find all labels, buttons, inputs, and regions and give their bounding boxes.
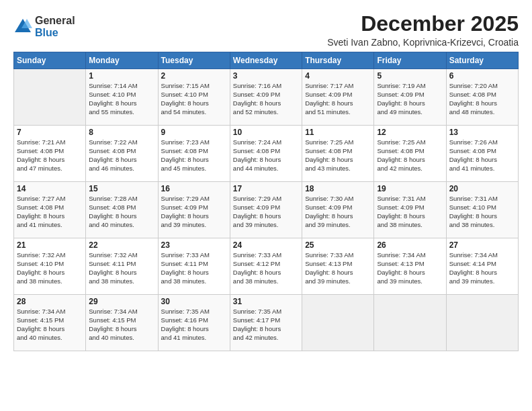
calendar-cell: 10Sunrise: 7:24 AM Sunset: 4:08 PM Dayli… (230, 126, 302, 182)
month-title: December 2025 (327, 12, 519, 36)
day-number: 28 (17, 297, 83, 306)
calendar-cell: 5Sunrise: 7:19 AM Sunset: 4:09 PM Daylig… (374, 69, 446, 126)
day-number: 17 (233, 184, 299, 193)
calendar-cell: 31Sunrise: 7:35 AM Sunset: 4:17 PM Dayli… (230, 295, 302, 351)
calendar-cell: 14Sunrise: 7:27 AM Sunset: 4:08 PM Dayli… (14, 182, 86, 238)
day-number: 31 (233, 297, 299, 306)
calendar-table: Sunday Monday Tuesday Wednesday Thursday… (13, 52, 519, 351)
calendar-body: 1Sunrise: 7:14 AM Sunset: 4:10 PM Daylig… (14, 69, 519, 351)
col-saturday: Saturday (446, 52, 518, 69)
day-info: Sunrise: 7:25 AM Sunset: 4:08 PM Dayligh… (377, 138, 443, 173)
logo: General Blue (13, 15, 75, 38)
logo-general: General (35, 15, 75, 27)
calendar-cell: 12Sunrise: 7:25 AM Sunset: 4:08 PM Dayli… (374, 126, 446, 182)
logo-icon (13, 17, 32, 36)
day-number: 24 (233, 240, 299, 250)
calendar-week-4: 21Sunrise: 7:32 AM Sunset: 4:10 PM Dayli… (14, 238, 519, 295)
day-number: 21 (17, 240, 83, 250)
day-number: 12 (377, 128, 443, 137)
day-info: Sunrise: 7:21 AM Sunset: 4:08 PM Dayligh… (17, 138, 83, 173)
calendar-cell (374, 295, 446, 351)
day-info: Sunrise: 7:22 AM Sunset: 4:08 PM Dayligh… (89, 138, 154, 173)
calendar-cell: 17Sunrise: 7:29 AM Sunset: 4:09 PM Dayli… (230, 182, 302, 238)
calendar-cell: 22Sunrise: 7:32 AM Sunset: 4:11 PM Dayli… (86, 238, 158, 295)
day-info: Sunrise: 7:34 AM Sunset: 4:15 PM Dayligh… (17, 308, 83, 342)
day-info: Sunrise: 7:33 AM Sunset: 4:11 PM Dayligh… (161, 251, 227, 285)
day-info: Sunrise: 7:34 AM Sunset: 4:14 PM Dayligh… (449, 251, 515, 285)
day-info: Sunrise: 7:33 AM Sunset: 4:13 PM Dayligh… (305, 251, 371, 285)
calendar-cell: 8Sunrise: 7:22 AM Sunset: 4:08 PM Daylig… (86, 126, 158, 182)
calendar-cell: 16Sunrise: 7:29 AM Sunset: 4:09 PM Dayli… (158, 182, 230, 238)
col-wednesday: Wednesday (230, 52, 302, 69)
calendar-cell: 28Sunrise: 7:34 AM Sunset: 4:15 PM Dayli… (14, 295, 86, 351)
calendar-cell: 3Sunrise: 7:16 AM Sunset: 4:09 PM Daylig… (230, 69, 302, 126)
calendar-cell: 1Sunrise: 7:14 AM Sunset: 4:10 PM Daylig… (86, 69, 158, 126)
calendar-week-1: 1Sunrise: 7:14 AM Sunset: 4:10 PM Daylig… (14, 69, 519, 126)
col-monday: Monday (86, 52, 158, 69)
day-info: Sunrise: 7:32 AM Sunset: 4:10 PM Dayligh… (17, 251, 83, 285)
calendar-cell: 21Sunrise: 7:32 AM Sunset: 4:10 PM Dayli… (14, 238, 86, 295)
day-info: Sunrise: 7:31 AM Sunset: 4:10 PM Dayligh… (449, 195, 515, 229)
day-number: 20 (449, 184, 515, 193)
day-info: Sunrise: 7:29 AM Sunset: 4:09 PM Dayligh… (161, 195, 227, 229)
day-info: Sunrise: 7:19 AM Sunset: 4:09 PM Dayligh… (377, 82, 443, 116)
calendar-week-3: 14Sunrise: 7:27 AM Sunset: 4:08 PM Dayli… (14, 182, 519, 238)
day-info: Sunrise: 7:35 AM Sunset: 4:17 PM Dayligh… (233, 308, 299, 342)
day-info: Sunrise: 7:34 AM Sunset: 4:15 PM Dayligh… (89, 308, 154, 342)
day-info: Sunrise: 7:16 AM Sunset: 4:09 PM Dayligh… (233, 82, 299, 116)
day-number: 2 (161, 71, 227, 81)
location-title: Sveti Ivan Zabno, Koprivnica-Krizevci, C… (327, 37, 519, 48)
calendar-cell: 26Sunrise: 7:34 AM Sunset: 4:13 PM Dayli… (374, 238, 446, 295)
day-number: 5 (377, 71, 443, 81)
day-info: Sunrise: 7:14 AM Sunset: 4:10 PM Dayligh… (89, 82, 154, 116)
day-number: 1 (89, 71, 154, 81)
calendar-cell: 20Sunrise: 7:31 AM Sunset: 4:10 PM Dayli… (446, 182, 518, 238)
calendar-week-5: 28Sunrise: 7:34 AM Sunset: 4:15 PM Dayli… (14, 295, 519, 351)
day-number: 30 (161, 297, 227, 306)
day-number: 7 (17, 128, 83, 137)
day-number: 9 (161, 128, 227, 137)
day-number: 15 (89, 184, 154, 193)
col-tuesday: Tuesday (158, 52, 230, 69)
day-number: 18 (305, 184, 371, 193)
calendar-cell: 6Sunrise: 7:20 AM Sunset: 4:08 PM Daylig… (446, 69, 518, 126)
col-thursday: Thursday (302, 52, 374, 69)
day-number: 3 (233, 71, 299, 81)
header: General Blue December 2025 Sveti Ivan Za… (13, 12, 519, 48)
calendar-cell: 23Sunrise: 7:33 AM Sunset: 4:11 PM Dayli… (158, 238, 230, 295)
calendar-cell: 18Sunrise: 7:30 AM Sunset: 4:09 PM Dayli… (302, 182, 374, 238)
day-info: Sunrise: 7:33 AM Sunset: 4:12 PM Dayligh… (233, 251, 299, 285)
day-number: 22 (89, 240, 154, 250)
day-number: 4 (305, 71, 371, 81)
calendar-cell (446, 295, 518, 351)
title-block: December 2025 Sveti Ivan Zabno, Koprivni… (327, 12, 519, 48)
calendar-cell: 29Sunrise: 7:34 AM Sunset: 4:15 PM Dayli… (86, 295, 158, 351)
day-info: Sunrise: 7:28 AM Sunset: 4:08 PM Dayligh… (89, 195, 154, 229)
day-info: Sunrise: 7:26 AM Sunset: 4:08 PM Dayligh… (449, 138, 515, 173)
calendar-cell: 11Sunrise: 7:25 AM Sunset: 4:08 PM Dayli… (302, 126, 374, 182)
day-info: Sunrise: 7:25 AM Sunset: 4:08 PM Dayligh… (305, 138, 371, 173)
calendar-cell: 25Sunrise: 7:33 AM Sunset: 4:13 PM Dayli… (302, 238, 374, 295)
day-number: 26 (377, 240, 443, 250)
day-number: 16 (161, 184, 227, 193)
day-number: 29 (89, 297, 154, 306)
day-number: 10 (233, 128, 299, 137)
day-number: 14 (17, 184, 83, 193)
day-info: Sunrise: 7:15 AM Sunset: 4:10 PM Dayligh… (161, 82, 227, 116)
day-info: Sunrise: 7:27 AM Sunset: 4:08 PM Dayligh… (17, 195, 83, 229)
col-sunday: Sunday (14, 52, 86, 69)
day-number: 27 (449, 240, 515, 250)
logo-blue: Blue (35, 27, 75, 39)
day-info: Sunrise: 7:35 AM Sunset: 4:16 PM Dayligh… (161, 308, 227, 342)
calendar-cell: 27Sunrise: 7:34 AM Sunset: 4:14 PM Dayli… (446, 238, 518, 295)
calendar-cell: 24Sunrise: 7:33 AM Sunset: 4:12 PM Dayli… (230, 238, 302, 295)
day-number: 8 (89, 128, 154, 137)
calendar-cell: 15Sunrise: 7:28 AM Sunset: 4:08 PM Dayli… (86, 182, 158, 238)
calendar-cell: 30Sunrise: 7:35 AM Sunset: 4:16 PM Dayli… (158, 295, 230, 351)
day-number: 11 (305, 128, 371, 137)
day-info: Sunrise: 7:23 AM Sunset: 4:08 PM Dayligh… (161, 138, 227, 173)
calendar-cell: 13Sunrise: 7:26 AM Sunset: 4:08 PM Dayli… (446, 126, 518, 182)
calendar-cell: 7Sunrise: 7:21 AM Sunset: 4:08 PM Daylig… (14, 126, 86, 182)
day-number: 13 (449, 128, 515, 137)
col-friday: Friday (374, 52, 446, 69)
